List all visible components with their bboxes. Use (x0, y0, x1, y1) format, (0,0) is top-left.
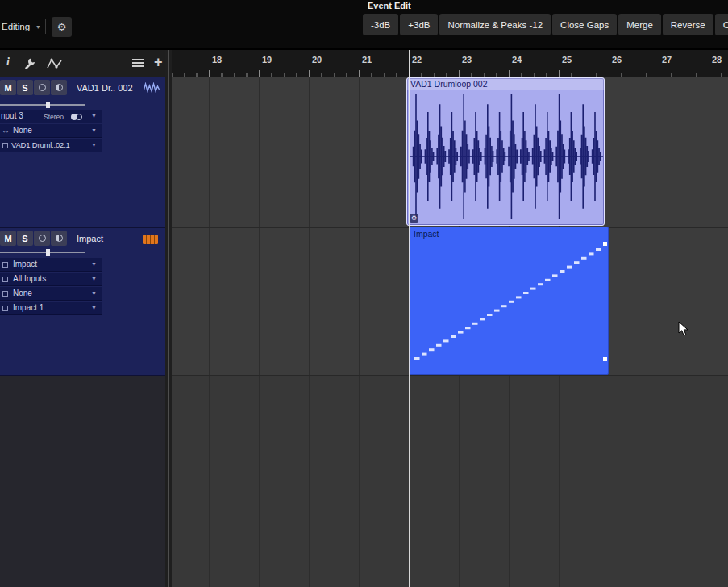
volume-slider[interactable] (0, 104, 85, 106)
dropdown-arrow-icon[interactable]: ▼ (91, 127, 97, 133)
arrange-empty-area[interactable] (172, 376, 728, 587)
midi-notes (410, 227, 609, 375)
record-icon (39, 84, 46, 91)
routing-icon (2, 291, 8, 297)
playhead-cursor[interactable] (409, 50, 410, 587)
timeline-ruler[interactable]: 18 19 20 21 22 23 24 25 26 27 28 (172, 50, 728, 77)
info-icon[interactable]: i (6, 56, 10, 69)
track-list-menu-icon[interactable] (132, 59, 144, 69)
gear-icon: ⚙ (57, 21, 67, 33)
clip-title: VAD1 Drumloop 002 (410, 79, 488, 89)
dropdown-arrow-icon[interactable]: ▼ (91, 261, 97, 267)
routing-icon (2, 262, 8, 268)
instrument-track-icon (143, 235, 158, 244)
track-list-empty-area[interactable] (0, 376, 165, 587)
track-name[interactable]: VAD1 Dr.. 002 (77, 83, 133, 93)
arrange-area: VAD1 Drumloop 002 ⚙ Impact (172, 77, 728, 587)
track-header-audio[interactable]: M S VAD1 Dr.. 002 nput 3 Stereo ▼ ↔ None… (0, 77, 165, 227)
minus-3db-button[interactable]: -3dB (363, 14, 398, 35)
close-gaps-button[interactable]: Close Gaps (552, 14, 617, 35)
monitor-icon (56, 84, 63, 91)
ruler-bar-label: 27 (662, 55, 672, 65)
ruler-bar-label: 21 (362, 55, 372, 65)
monitor-button[interactable] (51, 231, 67, 246)
output-routing-row[interactable]: ↔ None ▼ (0, 124, 102, 138)
audio-event[interactable]: VAD1 Drumloop 002 ⚙ (406, 77, 605, 226)
ruler-bar-label: 25 (562, 55, 572, 65)
dropdown-arrow-icon[interactable]: ▼ (91, 276, 97, 281)
track-name[interactable]: Impact (77, 234, 103, 244)
input-routing-label: nput 3 (1, 111, 23, 120)
record-arm-button[interactable] (34, 231, 50, 246)
volume-slider-handle[interactable] (46, 249, 50, 256)
preset-icon (2, 143, 8, 148)
input-routing-row[interactable]: All Inputs ▼ (0, 273, 102, 286)
wrench-tool-icon[interactable] (23, 56, 37, 70)
mute-button[interactable]: M (0, 231, 16, 246)
automation-curve-icon[interactable] (47, 57, 63, 70)
merge-button[interactable]: Merge (618, 14, 661, 35)
preset-row[interactable]: VAD1 Druml..02.1 ▼ (0, 139, 102, 152)
io-arrows-icon: ↔ (2, 126, 10, 135)
ruler-bar-label: 20 (312, 55, 322, 65)
ruler-bar-label: 22 (412, 55, 422, 65)
ruler-bar-label: 26 (612, 55, 622, 65)
routing-label: None (13, 289, 32, 298)
clip-trim-handle[interactable] (603, 357, 607, 361)
chevron-down-icon[interactable]: ▾ (36, 23, 40, 31)
track-header-instrument[interactable]: M S Impact Impact ▼ All Inputs ▼ None ▼ … (0, 228, 165, 375)
stereo-label: Stereo (44, 113, 64, 121)
add-track-icon[interactable]: + (154, 54, 163, 71)
monitor-button[interactable] (51, 80, 67, 95)
dropdown-arrow-icon[interactable]: ▼ (91, 290, 97, 296)
dropdown-arrow-icon[interactable]: ▼ (91, 305, 97, 310)
instrument-row[interactable]: Impact 1 ▼ (0, 302, 102, 315)
editing-mode-group: Editing ▾ ⚙ (0, 16, 72, 37)
mouse-cursor (678, 321, 689, 337)
routing-icon (2, 277, 8, 282)
title-bar: Event Edit (0, 0, 728, 12)
plus-3db-button[interactable]: +3dB (400, 14, 438, 35)
cut-to-cursor-button[interactable]: Cut to Cursor (715, 14, 728, 35)
ruler-bar-label: 18 (212, 55, 222, 65)
routing-label: Impact (13, 260, 37, 269)
volume-slider-handle[interactable] (46, 102, 50, 108)
event-edit-toolbar: -3dB +3dB Normalize & Peaks -12 Close Ga… (363, 14, 728, 35)
audio-track-icon (144, 82, 160, 93)
normalize-button[interactable]: Normalize & Peaks -12 (439, 14, 551, 35)
midi-event[interactable]: Impact (409, 227, 609, 375)
stereo-icon[interactable] (76, 114, 82, 120)
action-bar: Editing ▾ ⚙ -3dB +3dB Normalize & Peaks … (0, 12, 728, 48)
ruler-bar-label: 19 (262, 55, 272, 65)
monitor-icon (56, 235, 63, 242)
audio-waveform (410, 91, 603, 222)
gear-icon: ⚙ (411, 215, 417, 222)
dropdown-arrow-icon[interactable]: ▼ (91, 113, 97, 119)
gear-button[interactable]: ⚙ (52, 17, 72, 37)
solo-button[interactable]: S (17, 231, 33, 246)
clip-trim-handle[interactable] (603, 242, 607, 246)
input-routing-row[interactable]: nput 3 Stereo ▼ (0, 110, 102, 123)
clip-gear-badge[interactable]: ⚙ (410, 214, 418, 223)
routing-icon (2, 306, 8, 311)
record-arm-button[interactable] (34, 80, 50, 95)
ruler-bar-label: 23 (462, 55, 472, 65)
midi-output-row[interactable]: None ▼ (0, 287, 102, 301)
ruler-bar-label: 24 (512, 55, 522, 65)
editing-mode-dropdown[interactable]: Editing (0, 22, 30, 31)
preset-label: VAD1 Druml..02.1 (11, 140, 70, 149)
solo-button[interactable]: S (17, 80, 33, 95)
volume-slider[interactable] (0, 252, 85, 253)
ruler-bar-label: 28 (712, 55, 722, 65)
track-list-divider-line (168, 50, 169, 587)
mute-button[interactable]: M (0, 80, 16, 95)
routing-label: Impact 1 (13, 303, 44, 312)
routing-label: All Inputs (13, 274, 46, 283)
dropdown-arrow-icon[interactable]: ▼ (91, 142, 97, 148)
record-icon (39, 235, 46, 242)
page-title: Event Edit (368, 1, 411, 10)
output-routing-label: None (13, 126, 32, 135)
output-routing-row[interactable]: Impact ▼ (0, 258, 102, 272)
divider (45, 19, 46, 34)
reverse-button[interactable]: Reverse (663, 14, 713, 35)
